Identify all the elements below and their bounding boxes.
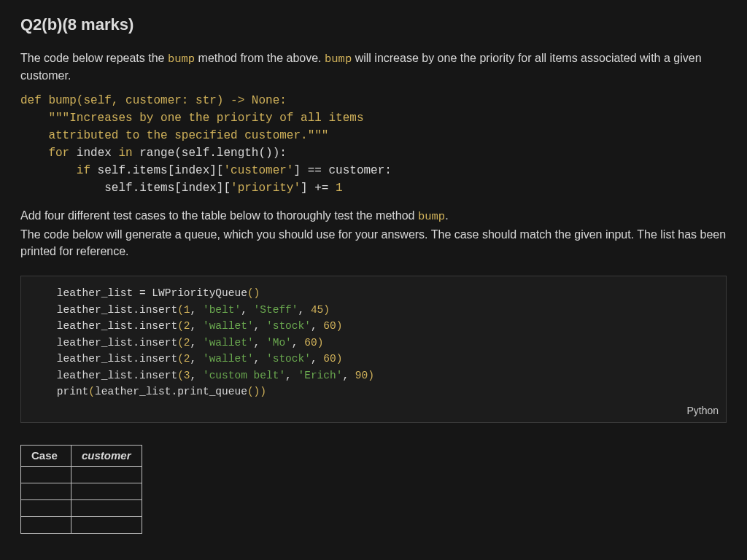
number-literal: 1	[184, 304, 190, 316]
indent	[31, 337, 57, 349]
text: method from the above.	[195, 52, 325, 64]
code-text: leather_list	[57, 287, 139, 299]
number-literal: 2	[184, 337, 190, 349]
code-language-label: Python	[686, 403, 719, 418]
code-text: bump(self, customer: str) -> None:	[42, 94, 287, 107]
table-header-row: Case customer	[21, 446, 142, 467]
comma: ,	[342, 370, 355, 381]
indent	[31, 287, 57, 299]
cell-case	[21, 466, 71, 483]
table-row	[21, 499, 142, 516]
cell-case	[21, 516, 71, 533]
indent	[31, 304, 57, 316]
number-literal: 60	[304, 337, 317, 349]
string-literal: 'custom belt'	[203, 370, 285, 381]
code-text: leather_list	[57, 370, 133, 381]
string-literal: 'customer'	[223, 164, 293, 177]
inline-code-bump: bump	[325, 52, 352, 66]
paren: )	[260, 386, 266, 397]
table-row	[21, 466, 142, 483]
paren: )	[336, 320, 343, 332]
code-text: leather_list	[57, 353, 133, 365]
kw-def: def	[20, 94, 42, 107]
paren: (	[177, 370, 184, 381]
kw-for: for	[20, 147, 69, 160]
comma: ,	[311, 353, 323, 365]
text: .	[445, 209, 448, 222]
comma: ,	[254, 353, 266, 365]
paren: (	[177, 353, 184, 365]
code-text: .insert	[133, 353, 177, 365]
code-text: .insert	[133, 320, 177, 332]
string-literal: 'wallet'	[203, 320, 254, 332]
comma: ,	[285, 370, 298, 381]
indent	[31, 353, 57, 365]
code-text: self.items[index][	[90, 164, 223, 177]
cell-customer	[71, 499, 142, 516]
cell-case	[21, 483, 71, 499]
number-literal: 1	[336, 182, 343, 195]
code-text: .insert	[133, 370, 177, 381]
code-text: .print_queue	[171, 386, 247, 397]
paren: (	[88, 386, 95, 397]
paren: )	[336, 353, 343, 365]
comma: ,	[190, 337, 203, 349]
code-text: ] == customer:	[293, 164, 391, 177]
intro-paragraph: The code below repeats the bump method f…	[20, 50, 727, 85]
cell-customer	[71, 466, 142, 483]
string-literal: 'wallet'	[203, 353, 254, 365]
col-customer-header: customer	[71, 446, 142, 467]
string-literal: 'wallet'	[203, 337, 254, 349]
number-literal: 2	[184, 353, 190, 365]
string-literal: 'belt'	[203, 304, 241, 316]
code-text: LWPriorityQueue	[146, 287, 247, 299]
op: =	[139, 287, 146, 299]
paren: )	[323, 304, 330, 316]
comma: ,	[190, 353, 203, 365]
indent	[31, 370, 57, 381]
comma: ,	[190, 304, 203, 316]
string-literal: 'stock'	[266, 353, 311, 365]
string-literal: 'priority'	[231, 182, 301, 195]
inline-code-bump: bump	[168, 52, 195, 66]
code-text: range(self.length()):	[133, 147, 287, 160]
string-literal: 'Mo'	[266, 337, 292, 349]
comma: ,	[254, 320, 266, 332]
docstring: attributed to the specified customer."""	[20, 129, 328, 142]
string-literal: 'Erich'	[298, 370, 343, 381]
code-text: .insert	[133, 304, 177, 316]
cell-case	[21, 499, 71, 516]
code-text: .insert	[133, 337, 177, 349]
number-literal: 45	[311, 304, 323, 316]
comma: ,	[298, 304, 311, 316]
cell-customer	[71, 516, 142, 533]
number-literal: 2	[184, 320, 190, 332]
number-literal: 90	[355, 370, 368, 381]
comma: ,	[241, 304, 253, 316]
test-cases-table: Case customer	[20, 445, 142, 534]
paren: (	[177, 304, 184, 316]
code-text: leather_list	[57, 304, 133, 316]
document-page: Q2(b)(8 marks) The code below repeats th…	[0, 0, 747, 554]
kw-if: if	[20, 164, 90, 177]
inline-code-bump: bump	[418, 210, 445, 223]
paren: )	[317, 337, 324, 349]
indent	[31, 386, 57, 397]
table-row	[21, 516, 142, 533]
paren: (	[177, 337, 184, 349]
code-text: leather_list	[57, 320, 133, 332]
col-case-header: Case	[21, 446, 71, 467]
setup-code-box: leather_list = LWPriorityQueue() leather…	[20, 276, 727, 423]
string-literal: 'Steff'	[254, 304, 298, 316]
paren: (	[247, 287, 254, 299]
code-text: ] +=	[301, 182, 336, 195]
comma: ,	[190, 320, 203, 332]
number-literal: 60	[323, 320, 336, 332]
comma: ,	[311, 320, 323, 332]
docstring: """Increases by one the priority of all …	[20, 112, 363, 125]
comma: ,	[292, 337, 304, 349]
code-text: index	[69, 147, 118, 160]
comma: ,	[254, 337, 266, 349]
code-text: self.items[index][	[20, 182, 231, 195]
question-heading: Q2(b)(8 marks)	[20, 13, 727, 36]
